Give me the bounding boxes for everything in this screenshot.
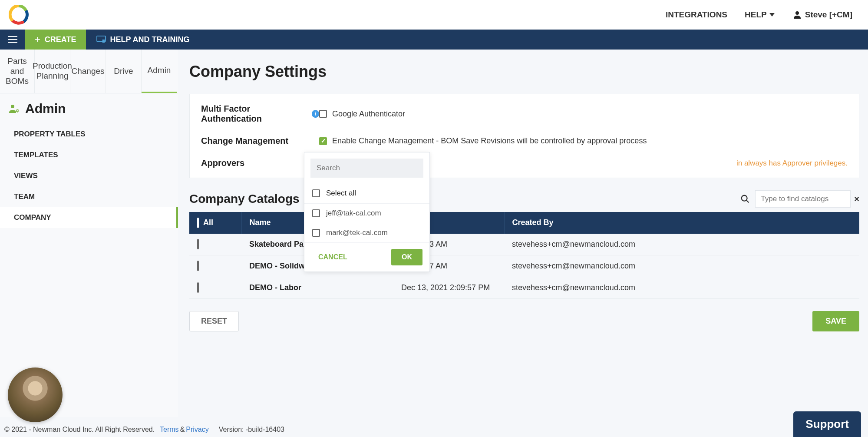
sidebar-item-property-tables[interactable]: PROPERTY TABLES — [0, 124, 178, 145]
sidebar-item-team[interactable]: TEAM — [0, 186, 178, 207]
svg-point-5 — [742, 195, 747, 201]
sidebar-item-company[interactable]: COMPANY — [0, 207, 178, 228]
chevron-down-icon — [769, 13, 775, 17]
catalogs-title: Company Catalogs i — [189, 192, 312, 206]
cm-option-label: Enable Change Management - BOM Save Revi… — [332, 136, 647, 146]
content: Parts andBOMs ProductionPlanning Changes… — [0, 50, 868, 417]
col-created-by[interactable]: Created By — [504, 212, 859, 234]
hamburger-icon — [8, 36, 17, 43]
row-checkbox[interactable] — [197, 261, 199, 271]
col-all[interactable]: All — [189, 212, 241, 234]
cm-label: Change Management — [201, 136, 319, 146]
reset-button[interactable]: RESET — [189, 311, 239, 331]
settings-panel: Multi Factor Authentication i Google Aut… — [189, 94, 859, 178]
option-email: jeff@tak-cal.com — [326, 209, 381, 218]
copyright: © 2021 - Newman Cloud Inc. All Right Res… — [4, 426, 155, 434]
approvers-row: Approvers in always has Approver privile… — [201, 158, 848, 168]
checkbox-select-all[interactable] — [312, 189, 320, 197]
support-button[interactable]: Support — [793, 411, 861, 437]
checkbox-mfa[interactable] — [319, 110, 327, 118]
integrations-link[interactable]: INTEGRATIONS — [666, 10, 727, 20]
main-nav: + CREATE HELP AND TRAINING — [0, 30, 868, 50]
cell-created-by: stevehess+cm@newmancloud.com — [504, 234, 859, 255]
popup-ok-button[interactable]: OK — [391, 249, 422, 265]
help-training-button[interactable]: HELP AND TRAINING — [86, 30, 200, 50]
sidebar-item-templates[interactable]: TEMPLATES — [0, 145, 178, 166]
option-email: mark@tek-cal.com — [326, 228, 388, 237]
search-icon — [740, 194, 750, 204]
sidebar-header: Admin — [0, 93, 178, 124]
table-row[interactable]: Skateboard PartsM 1 8:04:43 AM stevehess… — [189, 234, 859, 255]
catalog-search-input[interactable] — [755, 190, 851, 208]
primary-tabs: Parts andBOMs ProductionPlanning Changes… — [0, 50, 178, 93]
page-title: Company Settings — [189, 63, 859, 81]
mfa-checkbox-wrapper[interactable]: Google Authenticator — [319, 109, 405, 119]
checkbox-all-header[interactable] — [197, 218, 199, 228]
amp: & — [180, 426, 185, 434]
sidebar-nav: PROPERTY TABLES TEMPLATES VIEWS TEAM COM… — [0, 124, 178, 228]
user-icon — [792, 10, 802, 20]
sidebar-item-views[interactable]: VIEWS — [0, 166, 178, 186]
tab-admin[interactable]: Admin — [142, 50, 177, 93]
approvers-label: Approvers — [201, 158, 319, 168]
tab-parts-boms[interactable]: Parts andBOMs — [0, 50, 35, 93]
user-name: Steve [+CM] — [805, 10, 852, 20]
presenter-avatar[interactable] — [8, 367, 63, 422]
sidebar-title: Admin — [25, 101, 66, 116]
popup-actions: CANCEL OK — [304, 243, 429, 271]
popup-option[interactable]: mark@tek-cal.com — [304, 223, 429, 243]
popup-option[interactable]: jeff@tak-cal.com — [304, 204, 429, 223]
cell-name: DEMO - Labor — [241, 277, 393, 298]
create-button[interactable]: + CREATE — [25, 30, 86, 50]
mfa-label: Multi Factor Authentication i — [201, 104, 319, 124]
terms-link[interactable]: Terms — [160, 426, 179, 434]
user-menu[interactable]: Steve [+CM] — [792, 10, 852, 20]
top-header: INTEGRATIONS HELP Steve [+CM] — [0, 0, 868, 30]
cm-checkbox-wrapper[interactable]: Enable Change Management - BOM Save Revi… — [319, 136, 647, 146]
save-button[interactable]: SAVE — [812, 311, 859, 331]
tab-production-planning[interactable]: ProductionPlanning — [35, 50, 70, 93]
admin-gear-user-icon — [9, 104, 20, 113]
cell-modified: Dec 13, 2021 2:09:57 PM — [393, 277, 504, 298]
svg-line-6 — [746, 200, 749, 203]
cell-created-by: stevehess+cm@newmancloud.com — [504, 255, 859, 277]
help-label: HELP — [745, 10, 767, 20]
plus-icon: + — [35, 34, 40, 45]
approvers-hint: in always has Approver privileges. — [736, 159, 848, 167]
cell-created-by: stevehess+cm@newmancloud.com — [504, 277, 859, 298]
approvers-popup: Select all jeff@tak-cal.com mark@tek-cal… — [304, 152, 430, 272]
help-training-label: HELP AND TRAINING — [110, 35, 190, 44]
clear-search-icon[interactable]: × — [854, 194, 859, 204]
popup-cancel-button[interactable]: CANCEL — [311, 249, 354, 265]
select-all-label: Select all — [326, 189, 356, 198]
row-checkbox[interactable] — [197, 282, 199, 293]
popup-select-all[interactable]: Select all — [304, 184, 429, 204]
table-row[interactable]: DEMO - Solidworks 1 7:51:17 AM stevehess… — [189, 255, 859, 277]
create-label: CREATE — [45, 35, 76, 44]
checkbox-option[interactable] — [312, 209, 320, 217]
main-content: Company Settings Multi Factor Authentica… — [178, 50, 868, 417]
hamburger-button[interactable] — [0, 30, 25, 50]
catalogs-header: Company Catalogs i × — [189, 190, 859, 208]
left-column: Parts andBOMs ProductionPlanning Changes… — [0, 50, 178, 417]
help-dropdown[interactable]: HELP — [745, 10, 775, 20]
privacy-link[interactable]: Privacy — [186, 426, 208, 434]
page-footer: © 2021 - Newman Cloud Inc. All Right Res… — [0, 422, 868, 437]
tab-changes[interactable]: Changes — [70, 50, 106, 93]
info-icon[interactable]: i — [312, 110, 319, 118]
catalogs-table: All Name ed Created By Skateboard PartsM… — [189, 212, 859, 299]
change-management-row: Change Management Enable Change Manageme… — [201, 136, 848, 146]
row-checkbox[interactable] — [197, 239, 199, 249]
checkbox-cm[interactable] — [319, 137, 327, 145]
svg-point-0 — [795, 11, 799, 15]
version-text: Version: -build-16403 — [219, 426, 284, 434]
svg-point-4 — [17, 110, 18, 112]
chalkboard-icon — [96, 36, 106, 43]
tab-drive[interactable]: Drive — [106, 50, 142, 93]
mfa-option-label: Google Authenticator — [332, 109, 405, 119]
checkbox-option[interactable] — [312, 229, 320, 237]
popup-search-input[interactable] — [310, 159, 423, 178]
brand-logo[interactable] — [9, 5, 29, 25]
table-row[interactable]: DEMO - Labor Dec 13, 2021 2:09:57 PM ste… — [189, 277, 859, 298]
form-actions: RESET SAVE — [189, 311, 859, 331]
